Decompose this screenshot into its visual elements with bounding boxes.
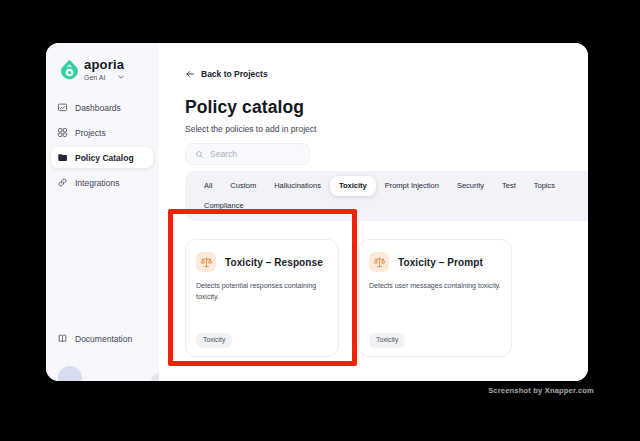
folder-icon — [57, 152, 68, 163]
arrow-left-icon — [185, 69, 195, 79]
scales-icon — [200, 256, 213, 269]
tab-hallucinations[interactable]: Hallucinations — [265, 176, 330, 196]
integrations-icon — [57, 177, 68, 188]
tab-test[interactable]: Test — [493, 176, 525, 196]
policy-card-tag: Toxicity — [196, 333, 232, 348]
brand[interactable]: aporia Gen AI — [60, 58, 153, 88]
tab-all[interactable]: All — [195, 176, 221, 196]
back-link-label: Back to Projects — [201, 69, 268, 79]
search-box[interactable] — [185, 143, 310, 165]
policy-cards-grid: Toxicity – Response Detects potential re… — [185, 239, 588, 357]
chevron-down-icon[interactable] — [117, 73, 125, 81]
sidebar-item-documentation[interactable]: Documentation — [51, 328, 153, 349]
sidebar-item-label: Integrations — [75, 178, 119, 188]
policy-card-toxicity-response[interactable]: Toxicity – Response Detects potential re… — [185, 239, 339, 357]
category-tabs: AllCustomHallucinationsToxicityPrompt In… — [185, 171, 588, 221]
search-input[interactable] — [210, 149, 300, 159]
policy-card-title: Toxicity – Response — [225, 257, 323, 268]
sidebar-item-projects[interactable]: Projects — [51, 122, 153, 143]
policy-card-header: Toxicity – Prompt — [369, 252, 503, 272]
tab-security[interactable]: Security — [448, 176, 493, 196]
back-to-projects-link[interactable]: Back to Projects — [185, 69, 268, 79]
policy-card-tag: Toxicity — [369, 333, 405, 348]
sidebar-item-label: Policy Catalog — [75, 153, 134, 163]
dashboards-icon — [57, 102, 68, 113]
sidebar-item-label: Documentation — [75, 334, 132, 344]
watermark-text: Screenshot by Xnapper.com — [488, 386, 594, 395]
scales-icon — [373, 256, 386, 269]
sidebar-item-label: Dashboards — [75, 103, 121, 113]
policy-icon-chip — [369, 252, 389, 272]
projects-icon — [57, 127, 68, 138]
page-subtitle: Select the policies to add in project — [185, 124, 588, 134]
policy-card-title: Toxicity – Prompt — [398, 257, 483, 268]
tab-custom[interactable]: Custom — [221, 176, 265, 196]
screenshot-canvas: aporia Gen AI Dashboards Projects Policy… — [0, 0, 640, 441]
sidebar-item-integrations[interactable]: Integrations — [51, 172, 153, 193]
policy-card-description: Detects user messages containing toxicit… — [369, 281, 503, 292]
sidebar-item-label: Projects — [75, 128, 106, 138]
sidebar-footer: Documentation — [51, 328, 153, 349]
tab-prompt-injection[interactable]: Prompt Injection — [376, 176, 448, 196]
tab-topics[interactable]: Topics — [525, 176, 564, 196]
tab-toxicity[interactable]: Toxicity — [330, 176, 376, 196]
sidebar-nav: Dashboards Projects Policy Catalog Integ… — [51, 97, 153, 193]
search-icon — [195, 150, 204, 159]
main-content: Back to Projects Policy catalog Select t… — [159, 43, 588, 381]
app-window: aporia Gen AI Dashboards Projects Policy… — [46, 43, 588, 381]
sidebar: aporia Gen AI Dashboards Projects Policy… — [46, 43, 159, 381]
tab-compliance[interactable]: Compliance — [195, 196, 253, 216]
workspace-name: Gen AI — [84, 74, 105, 81]
policy-icon-chip — [196, 252, 216, 272]
brand-name: aporia — [84, 58, 125, 72]
policy-card-toxicity-prompt[interactable]: Toxicity – Prompt Detects user messages … — [358, 239, 512, 357]
book-icon — [57, 333, 68, 344]
aporia-logo-icon — [60, 59, 79, 82]
page-title: Policy catalog — [185, 97, 588, 118]
avatar[interactable] — [58, 366, 82, 381]
policy-card-header: Toxicity – Response — [196, 252, 330, 272]
sidebar-item-policy-catalog[interactable]: Policy Catalog — [51, 147, 153, 168]
sidebar-item-dashboards[interactable]: Dashboards — [51, 97, 153, 118]
policy-card-description: Detects potential responses containing t… — [196, 281, 330, 303]
